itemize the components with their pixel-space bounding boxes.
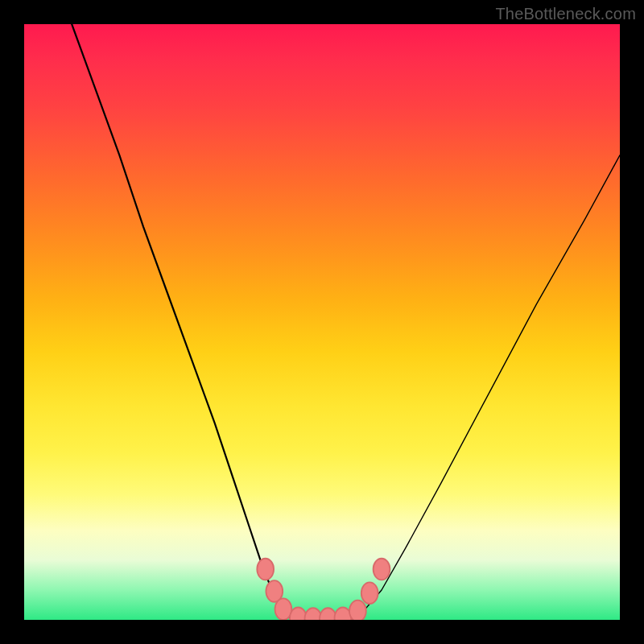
curve-marker — [275, 598, 292, 620]
watermark-text: TheBottleneck.com — [495, 5, 636, 23]
curve-marker — [257, 559, 274, 580]
curve-marker — [374, 559, 390, 580]
curve-marker — [361, 582, 378, 604]
curve-marker — [335, 607, 352, 620]
curve-marker — [349, 601, 366, 620]
marker-group — [257, 559, 390, 620]
left-branch-path — [72, 24, 292, 620]
chart-stage: TheBottleneck.com — [0, 0, 644, 644]
curve-layer — [24, 24, 620, 620]
plot-area — [24, 24, 620, 620]
right-branch-path — [352, 155, 620, 620]
